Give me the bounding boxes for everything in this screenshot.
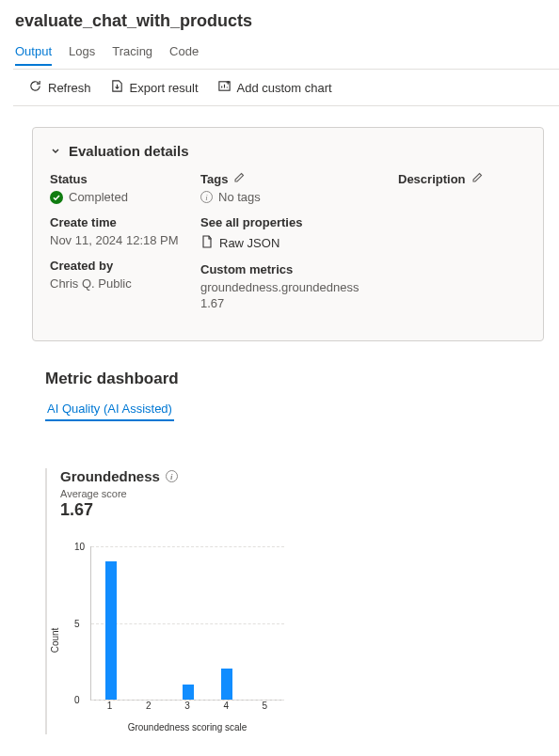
raw-json-button[interactable]: Raw JSON <box>200 235 389 251</box>
no-tags-text: No tags <box>218 190 261 204</box>
edit-description-button[interactable] <box>471 172 483 186</box>
page-title: evaluate_chat_with_products <box>0 0 559 37</box>
add-chart-button[interactable]: Add custom chart <box>217 79 332 96</box>
x-tick: 5 <box>263 701 268 711</box>
bar <box>221 669 232 700</box>
edit-tags-button[interactable] <box>233 172 245 186</box>
plot-region: 0510 <box>90 546 284 701</box>
toolbar: Refresh Export result Add custom chart <box>13 69 559 106</box>
add-chart-icon <box>217 79 232 96</box>
custom-metrics-label: Custom metrics <box>200 262 389 276</box>
main-tabs: Output Logs Tracing Code <box>0 37 559 67</box>
evaluation-details-title: Evaluation details <box>69 143 189 159</box>
create-time-label: Create time <box>50 215 191 229</box>
refresh-icon <box>28 79 42 96</box>
y-tick: 0 <box>74 695 80 705</box>
custom-metric-name: groundedness.groundedness <box>200 280 389 294</box>
x-axis-label: Groundedness scoring scale <box>90 722 284 732</box>
status-value: Completed <box>50 190 191 204</box>
evaluation-details-card: Evaluation details Status Completed Crea… <box>32 127 544 341</box>
y-tick: 10 <box>74 542 85 552</box>
chart-title: Groundedness <box>60 468 160 484</box>
created-by-label: Created by <box>50 259 191 273</box>
custom-metric-value: 1.67 <box>200 296 389 310</box>
export-label: Export result <box>130 81 199 95</box>
create-time-value: Nov 11, 2024 12:18 PM <box>50 233 191 247</box>
bar <box>183 685 194 700</box>
chevron-down-icon <box>50 143 61 159</box>
chart-plot-area: Count 0510 12345 Groundedness scoring sc… <box>68 546 284 734</box>
status-label: Status <box>50 172 191 186</box>
export-icon <box>110 79 124 96</box>
metric-dashboard-title: Metric dashboard <box>45 370 544 388</box>
export-button[interactable]: Export result <box>110 79 199 96</box>
tab-logs[interactable]: Logs <box>69 37 95 66</box>
info-icon: i <box>166 470 178 482</box>
file-icon <box>200 235 214 251</box>
status-text: Completed <box>69 190 128 204</box>
avg-score-value: 1.67 <box>60 500 346 520</box>
tab-output[interactable]: Output <box>15 37 52 66</box>
avg-score-label: Average score <box>60 488 346 499</box>
tab-tracing[interactable]: Tracing <box>112 37 152 66</box>
see-all-properties-label: See all properties <box>200 215 389 229</box>
tab-ai-quality[interactable]: AI Quality (AI Assisted) <box>45 398 174 421</box>
groundedness-chart-card: Groundedness i Average score 1.67 Count … <box>45 468 346 734</box>
x-ticks: 12345 <box>90 701 284 714</box>
raw-json-label: Raw JSON <box>219 236 280 250</box>
add-chart-label: Add custom chart <box>237 81 332 95</box>
created-by-value: Chris Q. Public <box>50 276 191 291</box>
bar <box>105 561 117 700</box>
tags-label: Tags <box>200 172 228 186</box>
x-tick: 1 <box>107 701 113 711</box>
tags-value: i No tags <box>200 190 389 204</box>
description-label: Description <box>398 172 466 186</box>
x-tick: 3 <box>184 701 190 711</box>
x-tick: 2 <box>146 701 152 711</box>
metric-dashboard-tabs: AI Quality (AI Assisted) <box>45 398 544 421</box>
y-tick: 5 <box>74 618 80 628</box>
tab-code[interactable]: Code <box>169 37 199 66</box>
y-axis-label: Count <box>50 628 60 654</box>
refresh-button[interactable]: Refresh <box>28 79 91 96</box>
refresh-label: Refresh <box>48 81 91 95</box>
info-icon: i <box>200 191 213 203</box>
x-tick: 4 <box>223 701 229 711</box>
check-circle-icon <box>50 191 63 204</box>
evaluation-details-header[interactable]: Evaluation details <box>50 143 526 159</box>
